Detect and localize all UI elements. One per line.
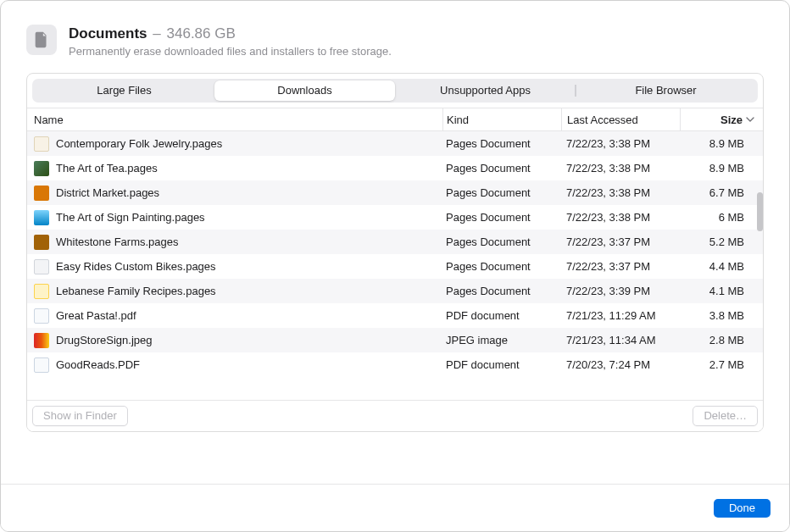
delete-button[interactable]: Delete… xyxy=(693,406,758,426)
file-name: The Art of Sign Painting.pages xyxy=(56,211,442,224)
subtitle: Permanently erase downloaded files and i… xyxy=(69,45,764,58)
file-size: 5.2 MB xyxy=(680,236,763,248)
file-icon xyxy=(27,235,56,250)
file-name: District Market.pages xyxy=(56,186,442,199)
file-kind: PDF document xyxy=(442,309,561,322)
file-kind: Pages Document xyxy=(442,186,561,199)
file-accessed: 7/22/23, 3:38 PM xyxy=(561,211,680,224)
file-name: Lebanese Family Recipes.pages xyxy=(56,285,442,297)
table-row[interactable]: Easy Rides Custom Bikes.pages Pages Docu… xyxy=(27,254,763,279)
file-size: 2.7 MB xyxy=(680,358,763,371)
file-icon xyxy=(27,161,56,176)
file-size: 8.9 MB xyxy=(680,137,763,150)
file-icon xyxy=(27,259,56,274)
scrollbar-thumb[interactable] xyxy=(757,192,763,231)
table-row[interactable]: Lebanese Family Recipes.pages Pages Docu… xyxy=(27,279,763,303)
file-size: 3.8 MB xyxy=(680,309,763,322)
file-kind: JPEG image xyxy=(442,334,561,346)
col-header-size[interactable]: Size xyxy=(680,108,763,130)
file-accessed: 7/22/23, 3:37 PM xyxy=(561,260,680,273)
segmented-control: Large Files Downloads Unsupported Apps F… xyxy=(32,79,758,103)
table-row[interactable]: The Art of Tea.pages Pages Document 7/22… xyxy=(27,156,763,180)
table-row[interactable]: GoodReads.PDF PDF document 7/20/23, 7:24… xyxy=(27,352,763,377)
file-icon xyxy=(27,308,56,324)
window-footer: Done xyxy=(1,484,789,531)
file-size: 8.9 MB xyxy=(680,162,763,175)
done-button[interactable]: Done xyxy=(714,499,771,518)
file-kind: Pages Document xyxy=(442,260,561,273)
file-size: 4.1 MB xyxy=(680,285,763,297)
file-accessed: 7/22/23, 3:38 PM xyxy=(561,186,680,199)
table-row[interactable]: Contemporary Folk Jewelry.pages Pages Do… xyxy=(27,131,763,156)
table-row[interactable]: Whitestone Farms.pages Pages Document 7/… xyxy=(27,230,763,254)
table-row[interactable]: District Market.pages Pages Document 7/2… xyxy=(27,180,763,205)
file-kind: Pages Document xyxy=(442,285,561,297)
storage-documents-window: Documents – 346.86 GB Permanently erase … xyxy=(0,0,790,532)
tab-unsupported-apps[interactable]: Unsupported Apps xyxy=(395,80,576,101)
title-line: Documents – 346.86 GB xyxy=(69,25,764,43)
table-row[interactable]: The Art of Sign Painting.pages Pages Doc… xyxy=(27,205,763,230)
file-kind: Pages Document xyxy=(442,162,561,175)
table-row[interactable]: Great Pasta!.pdf PDF document 7/21/23, 1… xyxy=(27,303,763,328)
file-name: Whitestone Farms.pages xyxy=(56,236,442,248)
header-text: Documents – 346.86 GB Permanently erase … xyxy=(69,25,764,58)
file-icon xyxy=(27,357,56,373)
file-name: Great Pasta!.pdf xyxy=(56,309,442,322)
header: Documents – 346.86 GB Permanently erase … xyxy=(1,1,789,73)
file-accessed: 7/21/23, 11:34 AM xyxy=(561,334,680,346)
file-icon xyxy=(27,136,56,152)
panel-footer: Show in Finder Delete… xyxy=(27,400,763,431)
file-accessed: 7/22/23, 3:38 PM xyxy=(561,162,680,175)
content-panel: Large Files Downloads Unsupported Apps F… xyxy=(26,73,764,432)
file-accessed: 7/22/23, 3:38 PM xyxy=(561,137,680,150)
segmented-bar: Large Files Downloads Unsupported Apps F… xyxy=(27,74,763,108)
file-size: 2.8 MB xyxy=(680,334,763,346)
col-header-last-accessed[interactable]: Last Accessed xyxy=(561,108,680,130)
tab-large-files[interactable]: Large Files xyxy=(34,80,214,101)
file-name: Easy Rides Custom Bikes.pages xyxy=(56,260,442,273)
file-kind: Pages Document xyxy=(442,137,561,150)
file-icon xyxy=(27,186,56,201)
tab-downloads[interactable]: Downloads xyxy=(214,80,395,101)
file-accessed: 7/22/23, 3:37 PM xyxy=(561,236,680,248)
title-separator: – xyxy=(151,25,162,42)
file-size: 6 MB xyxy=(680,211,763,224)
file-kind: Pages Document xyxy=(442,236,561,248)
file-kind: PDF document xyxy=(442,358,561,371)
file-size: 4.4 MB xyxy=(680,260,763,273)
documents-icon xyxy=(26,25,57,55)
file-icon xyxy=(27,284,56,299)
file-name: DrugStoreSign.jpeg xyxy=(56,334,442,346)
show-in-finder-button[interactable]: Show in Finder xyxy=(32,406,128,426)
title: Documents xyxy=(69,25,147,42)
file-size: 6.7 MB xyxy=(680,186,763,199)
column-headers: Name Kind Last Accessed Size xyxy=(27,108,763,131)
file-accessed: 7/21/23, 11:29 AM xyxy=(561,309,680,322)
file-kind: Pages Document xyxy=(442,211,561,224)
file-accessed: 7/22/23, 3:39 PM xyxy=(561,285,680,297)
col-header-size-label: Size xyxy=(720,114,743,126)
sort-indicator-icon xyxy=(746,114,754,126)
tab-file-browser[interactable]: File Browser xyxy=(576,80,756,101)
file-icon xyxy=(27,210,56,225)
table-row[interactable]: DrugStoreSign.jpeg JPEG image 7/21/23, 1… xyxy=(27,328,763,352)
col-header-kind[interactable]: Kind xyxy=(442,108,561,130)
file-rows: Contemporary Folk Jewelry.pages Pages Do… xyxy=(27,131,763,400)
col-header-name[interactable]: Name xyxy=(27,114,442,126)
file-name: GoodReads.PDF xyxy=(56,358,442,371)
file-name: The Art of Tea.pages xyxy=(56,162,442,175)
title-size: 346.86 GB xyxy=(167,25,236,42)
file-icon xyxy=(27,333,56,348)
file-name: Contemporary Folk Jewelry.pages xyxy=(56,137,442,150)
file-accessed: 7/20/23, 7:24 PM xyxy=(561,358,680,371)
